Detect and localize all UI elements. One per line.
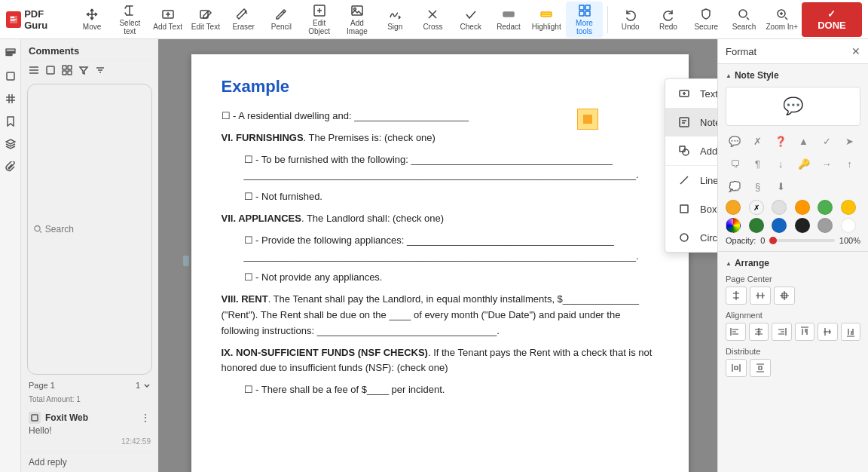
align-middle-button[interactable] [818, 323, 838, 341]
sidebar-attach-icon[interactable] [2, 158, 19, 175]
icon-arrow-up2[interactable]: ↑ [841, 155, 859, 173]
color-white[interactable] [841, 218, 856, 233]
align-bottom-button[interactable] [841, 323, 861, 341]
logo-text: PDF Guru [24, 8, 66, 31]
icon-triangle[interactable]: ▲ [795, 132, 813, 150]
redact-tool[interactable]: Redact [491, 2, 527, 38]
sidebar-small-grid-icon[interactable] [60, 63, 74, 77]
highlight-tool[interactable]: Highlight [528, 2, 564, 38]
more-tools-tool[interactable]: More tools [566, 2, 602, 38]
note-style-title: Note Style [726, 70, 860, 81]
align-top-button[interactable] [795, 323, 815, 341]
center-both-button[interactable] [774, 287, 795, 305]
opacity-handle[interactable] [769, 237, 777, 244]
align-left-button[interactable] [726, 323, 746, 341]
note-color-row-1: ✗ [726, 200, 860, 215]
center-v-button[interactable] [750, 287, 771, 305]
dropdown-note[interactable]: Note [665, 108, 717, 136]
color-rainbow[interactable] [726, 218, 741, 233]
done-button[interactable]: ✓ DONE [802, 2, 862, 37]
icon-help[interactable]: ❓ [772, 132, 790, 150]
icon-arrow-down3[interactable]: ⬇ [772, 177, 790, 195]
redo-button[interactable]: Redo [650, 2, 686, 38]
icon-arrow-right[interactable]: ➤ [841, 132, 859, 150]
eraser-tool[interactable]: Eraser [225, 2, 261, 38]
pdf-title: Example [222, 77, 659, 97]
sidebar-comments-icon[interactable] [2, 45, 19, 62]
dropdown-circle[interactable]: Circle [665, 223, 717, 252]
note-icon-grid-2: 🗨 ¶ ↓ 🔑 → ↑ [726, 155, 860, 173]
svg-rect-9 [579, 11, 584, 16]
distribute-h-button[interactable] [726, 359, 747, 377]
cross-tool[interactable]: Cross [414, 2, 451, 38]
color-dark-green[interactable] [749, 218, 764, 233]
move-tool[interactable]: Move [74, 2, 110, 38]
shapes-icon [677, 144, 691, 158]
color-gray[interactable] [818, 218, 833, 233]
icon-check[interactable]: ✓ [818, 132, 836, 150]
icon-comment3[interactable]: 💭 [726, 177, 744, 195]
dropdown-textbox[interactable]: Textbox [665, 79, 717, 108]
add-text-tool[interactable]: Add Text [149, 2, 185, 38]
sidebar-bookmark-icon[interactable] [2, 113, 19, 130]
distribute-v-button[interactable] [750, 359, 771, 377]
icon-x[interactable]: ✗ [749, 132, 767, 150]
color-arrow-gold[interactable] [841, 200, 856, 215]
add-image-tool[interactable]: Add Image [339, 2, 375, 38]
sidebar-grid-icon[interactable] [2, 90, 19, 107]
color-circle-q[interactable] [772, 200, 787, 215]
comment-menu-button[interactable]: ⋮ [140, 412, 151, 424]
svg-rect-10 [585, 11, 590, 16]
pencil-tool[interactable]: Pencil [263, 2, 299, 38]
color-green-check[interactable] [818, 200, 833, 215]
pdf-section-8: VIII. RENT. The Tenant shall pay the Lan… [222, 292, 659, 339]
edit-object-tool[interactable]: Edit Object [301, 2, 338, 38]
format-close-button[interactable]: ✕ [851, 45, 860, 57]
sidebar-layers-icon[interactable] [2, 136, 19, 152]
dropdown-box[interactable]: Box [665, 195, 717, 223]
icon-key[interactable]: 🔑 [795, 155, 813, 173]
check-tool[interactable]: Check [453, 2, 489, 38]
edit-text-tool[interactable]: Edit Text [188, 2, 224, 38]
secure-button[interactable]: Secure [688, 2, 724, 38]
opacity-slider[interactable] [769, 239, 834, 242]
color-x[interactable]: ✗ [749, 200, 764, 215]
select-text-tool[interactable]: Select text [112, 2, 148, 38]
search-button[interactable]: Search [726, 2, 762, 38]
search-box[interactable] [27, 84, 152, 375]
sidebar-sort-icon[interactable] [93, 63, 107, 77]
align-center-button[interactable] [749, 323, 769, 341]
zoom-in-button[interactable]: Zoom In+ [764, 2, 800, 38]
sign-tool[interactable]: Sign [377, 2, 413, 38]
add-reply-button[interactable]: Add reply [21, 452, 158, 472]
sidebar-rect-icon[interactable] [2, 68, 19, 84]
icon-comment[interactable]: 💬 [726, 132, 744, 150]
total-amount: Total Amount: 1 [21, 394, 158, 406]
svg-rect-14 [6, 52, 15, 54]
search-input[interactable] [45, 224, 145, 234]
textbox-icon [677, 87, 691, 100]
icon-para[interactable]: ¶ [749, 155, 767, 173]
center-h-button[interactable] [726, 287, 747, 305]
color-black[interactable] [795, 218, 810, 233]
icon-arrow-r2[interactable]: → [818, 155, 836, 173]
icon-arrow-down[interactable]: ↓ [772, 155, 790, 173]
icon-para2[interactable]: § [749, 177, 767, 195]
color-orange[interactable] [795, 200, 810, 215]
dropdown-line[interactable]: Line [665, 166, 717, 195]
svg-point-22 [35, 226, 40, 231]
sidebar-toolbar [21, 60, 158, 81]
sidebar-list-icon[interactable] [27, 63, 41, 77]
dropdown-add-shapes[interactable]: Add Shapes▸ [665, 136, 717, 165]
icon-comment2[interactable]: 🗨 [726, 155, 744, 173]
svg-rect-29 [680, 205, 688, 213]
pdf-no-appliances-line: ☐ - Not provide any appliances. [244, 270, 659, 286]
sidebar-filter-icon[interactable] [77, 63, 90, 77]
color-yellow[interactable] [726, 200, 741, 215]
undo-button[interactable]: Undo [613, 2, 649, 38]
align-right-button[interactable] [772, 323, 792, 341]
color-blue[interactable] [772, 218, 787, 233]
sticky-note[interactable] [577, 109, 598, 130]
box-icon [677, 202, 691, 216]
sidebar-square-icon[interactable] [44, 63, 57, 77]
